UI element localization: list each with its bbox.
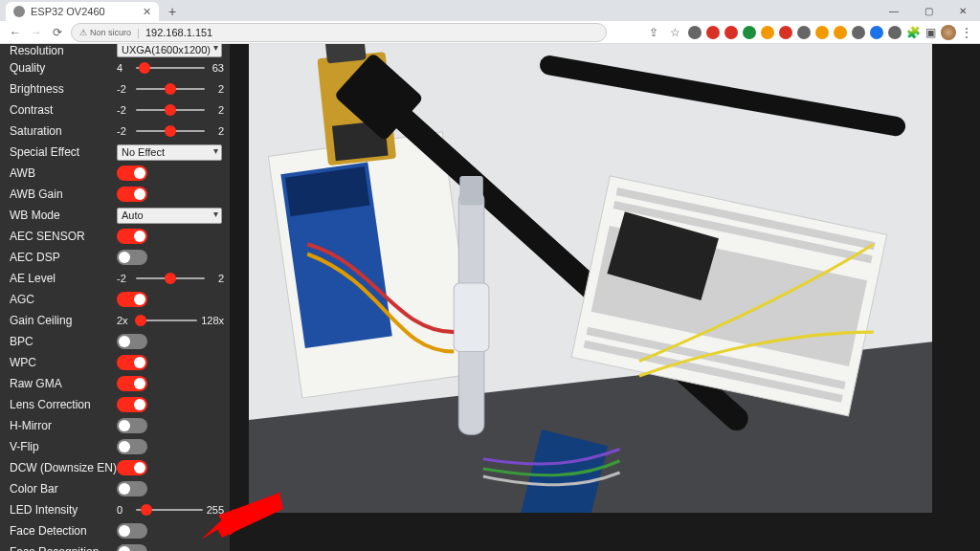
row-saturation: Saturation -2 2 [0,121,230,142]
reload-button[interactable]: ⟳ [50,25,65,40]
brightness-label: Brightness [10,82,117,96]
aec-dsp-toggle[interactable] [117,250,147,265]
url-display: 192.168.1.151 [145,27,212,38]
extension-icon[interactable] [706,26,720,39]
extension-icon[interactable] [743,26,756,39]
resolution-label: Resolution [10,44,117,57]
camera-stream [249,44,932,513]
close-icon[interactable]: ✕ [143,6,151,18]
brightness-slider[interactable] [136,88,205,90]
row-awb: AWB [0,163,230,184]
wb-mode-label: WB Mode [10,209,117,222]
extension-icon[interactable] [779,26,792,39]
row-special-effect: Special Effect No Effect [0,142,230,163]
window-controls: — ▢ ✕ [877,0,980,21]
extension-icon[interactable] [834,26,847,39]
row-h-mirror: H-Mirror [0,415,230,436]
tab-active[interactable]: ESP32 OV2460 ✕ [6,2,159,21]
v-flip-toggle[interactable] [117,439,147,454]
row-agc: AGC [0,289,230,310]
agc-toggle[interactable] [117,292,147,307]
extension-icon[interactable] [724,26,738,39]
extension-icon[interactable] [888,26,902,39]
svg-rect-21 [459,176,482,206]
led-intensity-slider[interactable] [136,509,203,511]
special-effect-label: Special Effect [10,145,117,159]
menu-icon[interactable]: ⋮ [961,26,972,39]
ae-level-label: AE Level [10,272,117,285]
raw-gma-toggle[interactable] [117,376,147,391]
face-recognition-toggle[interactable] [117,544,147,551]
wpc-toggle[interactable] [117,355,147,370]
resolution-select[interactable]: UXGA(1600x1200) [117,44,222,57]
row-color-bar: Color Bar [0,478,230,499]
camera-settings-panel: Resolution UXGA(1600x1200) Quality 4 63 … [0,44,230,551]
contrast-slider[interactable] [136,109,205,111]
extension-icon[interactable] [761,26,774,39]
row-bpc: BPC [0,331,230,352]
wb-mode-select[interactable]: Auto [117,208,222,224]
wpc-label: WPC [10,356,117,369]
saturation-label: Saturation [10,124,117,138]
extension-icon[interactable] [797,26,811,39]
h-mirror-label: H-Mirror [10,419,117,432]
globe-icon [13,6,25,17]
row-contrast: Contrast -2 2 [0,99,230,121]
new-tab-button[interactable]: + [163,2,182,21]
extension-icons: 🧩 ▣ ⋮ [688,25,972,40]
forward-button[interactable]: → [29,25,44,40]
profile-avatar[interactable] [941,25,956,40]
not-secure-badge: ⚠ Non sicuro [79,28,131,37]
row-quality: Quality 4 63 [0,57,230,78]
color-bar-toggle[interactable] [117,481,147,496]
row-wb-mode: WB Mode Auto [0,205,230,226]
ae-level-slider[interactable] [136,277,205,279]
contrast-label: Contrast [10,103,117,117]
dcw-toggle[interactable] [117,460,147,475]
omnibox[interactable]: ⚠ Non sicuro | 192.168.1.151 [71,23,607,42]
special-effect-select[interactable]: No Effect [117,144,222,161]
row-led-intensity: LED Intensity 0 255 [0,499,230,520]
security-label: Non sicuro [90,28,131,37]
minimize-button[interactable]: — [877,0,911,21]
led-intensity-label: LED Intensity [10,503,117,517]
bpc-label: BPC [10,335,117,348]
extension-icon[interactable] [852,26,865,39]
tab-title: ESP32 OV2460 [31,6,137,17]
row-face-detection: Face Detection [0,520,230,541]
aec-dsp-label: AEC DSP [10,251,117,264]
bpc-toggle[interactable] [117,334,147,349]
quality-slider[interactable] [136,67,205,69]
camera-view-area [230,44,980,551]
row-aec-dsp: AEC DSP [0,247,230,268]
raw-gma-label: Raw GMA [10,377,117,390]
maximize-button[interactable]: ▢ [911,0,946,21]
row-dcw: DCW (Downsize EN) [0,457,230,478]
row-lens-correction: Lens Correction [0,394,230,415]
extension-icon[interactable] [870,26,883,39]
row-awb-gain: AWB Gain [0,184,230,205]
share-icon[interactable]: ⇪ [646,25,661,40]
tabs-row: ESP32 OV2460 ✕ + — ▢ ✕ [0,0,980,21]
star-icon[interactable]: ☆ [667,25,682,40]
gain-ceiling-slider[interactable] [136,320,197,321]
back-button[interactable]: ← [8,25,23,40]
lens-correction-toggle[interactable] [117,397,147,412]
saturation-slider[interactable] [136,130,205,132]
puzzle-icon[interactable]: 🧩 [906,26,921,39]
reading-list-icon[interactable]: ▣ [925,26,936,39]
face-recognition-label: Face Recognition [10,545,117,551]
close-window-button[interactable]: ✕ [946,0,980,21]
extension-icon[interactable] [815,26,829,39]
face-detection-toggle[interactable] [117,523,147,539]
address-row: ← → ⟳ ⚠ Non sicuro | 192.168.1.151 ⇪ ☆ [0,21,980,44]
svg-rect-20 [454,283,489,351]
h-mirror-toggle[interactable] [117,418,147,433]
extension-icon[interactable] [688,26,702,39]
aec-sensor-toggle[interactable] [117,229,147,244]
awb-gain-toggle[interactable] [117,187,147,202]
awb-toggle[interactable] [117,165,147,181]
row-v-flip: V-Flip [0,436,230,457]
row-brightness: Brightness -2 2 [0,78,230,99]
row-gain-ceiling: Gain Ceiling 2x 128x [0,310,230,331]
